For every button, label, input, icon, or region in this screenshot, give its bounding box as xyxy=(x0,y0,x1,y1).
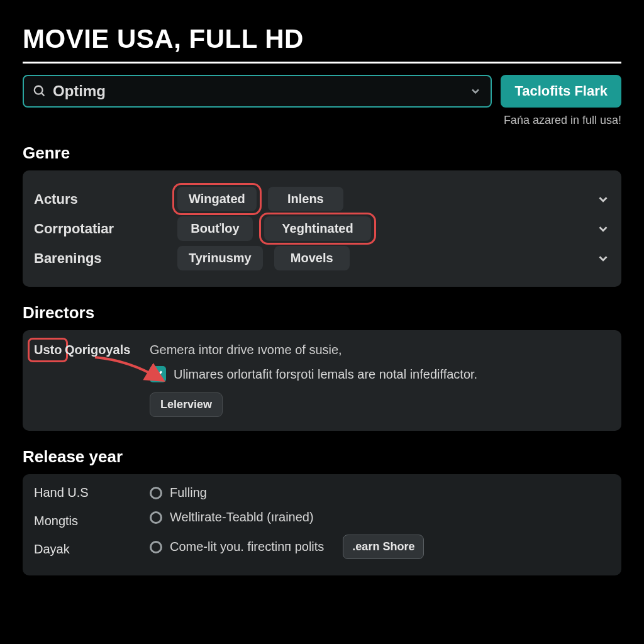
sidebar-item-hand-us[interactable]: Hand U.S xyxy=(34,486,135,500)
radio-label: Come-lit you. firectinп polits xyxy=(170,540,324,554)
genre-row-barenings: Barenings Tyrinusmy Movels xyxy=(34,246,610,270)
sidebar-item-usto[interactable]: Usto xyxy=(34,343,62,357)
title-divider xyxy=(23,62,621,64)
directors-panel: Usto Qorigoyals Gemera intor drive ıvome… xyxy=(23,330,621,431)
genre-row-label: Acturs xyxy=(34,191,166,208)
genre-panel: Acturs Wingated Inlens Corrpotatiar Bouť… xyxy=(23,170,621,287)
search-input[interactable] xyxy=(53,82,464,100)
genre-chip-movels[interactable]: Movels xyxy=(274,246,350,270)
search-box[interactable] xyxy=(23,75,492,108)
genre-heading: Genre xyxy=(23,143,621,163)
radio-icon[interactable] xyxy=(150,511,162,524)
radio-icon[interactable] xyxy=(150,487,162,499)
sidebar-item-qorigoyals[interactable]: Qorigoyals xyxy=(65,343,130,357)
sidebar-item-mongtis[interactable]: Mongtis xyxy=(34,514,135,528)
radio-icon[interactable] xyxy=(150,541,162,553)
genre-row-label: Barenings xyxy=(34,250,166,267)
genre-row-acturs: Acturs Wingated Inlens xyxy=(34,187,610,211)
svg-line-1 xyxy=(42,93,45,96)
directors-description: Gemera intor drive ıvome of susie, xyxy=(150,343,610,357)
radio-label: Fulling xyxy=(170,486,207,500)
chevron-down-icon[interactable] xyxy=(596,192,610,206)
radio-come-lit[interactable]: Come-lit you. firectinп polits .earn Sho… xyxy=(150,535,610,559)
genre-chip-boutloy[interactable]: Bouťloy xyxy=(177,216,253,241)
chevron-down-icon[interactable] xyxy=(469,85,482,97)
genre-chip-tyrinusmy[interactable]: Tyrinusmy xyxy=(177,246,263,270)
chevron-down-icon[interactable] xyxy=(596,222,610,236)
page-title: Movie USA, Full HD xyxy=(23,24,621,54)
checkbox-label: Ulimares orlortafit forsŗoti lemals are … xyxy=(174,367,477,382)
learn-shore-button[interactable]: .earn Shore xyxy=(343,535,424,559)
sidebar-item-dayak[interactable]: Dayak xyxy=(34,542,135,557)
directors-heading: Directors xyxy=(23,303,621,323)
release-year-heading: Release year xyxy=(23,447,621,467)
genre-chip-wingated[interactable]: Wingated xyxy=(177,187,257,211)
directors-sidebar: Usto Qorigoyals xyxy=(34,343,135,417)
genre-chip-yeghtinated[interactable]: Yeghtinated xyxy=(264,216,371,241)
release-sidebar: Hand U.S Mongtis Dayak xyxy=(34,486,135,570)
search-icon xyxy=(33,84,47,98)
genre-chip-inlens[interactable]: Inlens xyxy=(268,187,343,211)
radio-fulling[interactable]: Fulling xyxy=(150,486,610,500)
radio-weltlirate[interactable]: Weltlirate-Teabld (ırained) xyxy=(150,510,610,525)
release-year-panel: Hand U.S Mongtis Dayak Fulling Weltlirat… xyxy=(23,474,621,575)
search-hint: Fańa azared in full usa! xyxy=(23,114,621,127)
genre-row-label: Corrpotatiar xyxy=(34,221,166,237)
lelerview-button[interactable]: Lelerview xyxy=(150,392,223,417)
chevron-down-icon[interactable] xyxy=(596,252,610,265)
primary-action-button[interactable]: Taclofits Flark xyxy=(501,75,621,108)
checkbox-checked-icon[interactable] xyxy=(150,366,166,382)
directors-checkbox-row[interactable]: Ulimares orlortafit forsŗoti lemals are … xyxy=(150,366,610,382)
svg-point-0 xyxy=(35,86,43,94)
radio-label: Weltlirate-Teabld (ırained) xyxy=(170,510,314,525)
genre-row-corrpotatiar: Corrpotatiar Bouťloy Yeghtinated xyxy=(34,216,610,241)
